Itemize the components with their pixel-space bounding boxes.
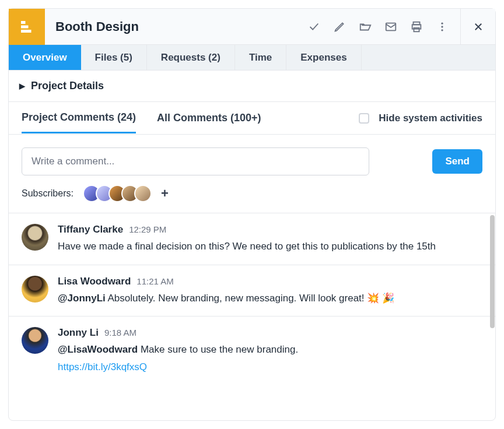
project-details-expander[interactable]: ▶ Project Details — [9, 71, 495, 102]
svg-point-4 — [441, 22, 443, 24]
panel-header: Booth Design — [9, 9, 495, 45]
project-icon — [9, 9, 45, 45]
project-details-label: Project Details — [31, 80, 104, 92]
avatar[interactable] — [22, 327, 48, 354]
tab-project-comments[interactable]: Project Comments (24) — [22, 111, 136, 133]
mail-icon[interactable] — [382, 18, 400, 36]
comment-text: @LisaWoodward Make sure to use the new b… — [58, 342, 482, 374]
folder-icon[interactable] — [356, 18, 374, 36]
compose-row: Write a comment... Send — [9, 135, 495, 180]
comment-author: Jonny Li — [58, 327, 99, 339]
comment-placeholder: Write a comment... — [32, 156, 114, 167]
hide-system-label: Hide system activities — [379, 112, 482, 124]
header-actions — [305, 18, 454, 36]
avatar[interactable] — [134, 185, 152, 202]
comments-list: Tiffany Clarke 12:29 PM Have we made a f… — [9, 213, 495, 420]
add-subscriber-button[interactable]: + — [161, 186, 169, 201]
subscriber-avatars — [83, 185, 152, 202]
comment-author: Tiffany Clarke — [58, 224, 123, 235]
subscribers-row: Subscribers: + — [9, 180, 495, 213]
comment-item: Lisa Woodward 11:21 AM @JonnyLi Absolute… — [9, 265, 495, 317]
chevron-right-icon: ▶ — [19, 82, 25, 90]
comment-item: Tiffany Clarke 12:29 PM Have we made a f… — [9, 213, 495, 265]
svg-point-6 — [441, 29, 443, 31]
project-panel: Booth Design Overview — [8, 8, 496, 421]
mention[interactable]: @JonnyLi — [58, 293, 106, 304]
comment-time: 11:21 AM — [136, 276, 173, 286]
comment-author: Lisa Woodward — [58, 276, 131, 287]
print-icon[interactable] — [408, 18, 425, 36]
primary-tabs: Overview Files (5) Requests (2) Time Exp… — [9, 45, 495, 71]
edit-icon[interactable] — [331, 18, 348, 36]
more-icon[interactable] — [433, 18, 451, 36]
tab-time[interactable]: Time — [235, 45, 286, 70]
comment-time: 12:29 PM — [129, 224, 166, 234]
subscribers-label: Subscribers: — [22, 188, 74, 199]
comment-filter-row: Project Comments (24) All Comments (100+… — [9, 102, 495, 135]
comment-input[interactable]: Write a comment... — [22, 147, 369, 175]
comment-time: 9:18 AM — [104, 328, 136, 337]
avatar[interactable] — [22, 224, 48, 251]
mention[interactable]: @LisaWoodward — [58, 344, 138, 355]
avatar[interactable] — [22, 276, 48, 303]
tab-files[interactable]: Files (5) — [81, 45, 147, 70]
tab-requests[interactable]: Requests (2) — [147, 45, 235, 70]
scrollbar[interactable] — [490, 215, 495, 328]
page-title: Booth Design — [45, 19, 305, 34]
close-button[interactable] — [460, 9, 495, 45]
svg-point-5 — [441, 26, 443, 27]
comment-item: Jonny Li 9:18 AM @LisaWoodward Make sure… — [9, 317, 495, 385]
hide-system-checkbox[interactable] — [359, 113, 369, 124]
tab-expenses[interactable]: Expenses — [286, 45, 361, 70]
tab-overview[interactable]: Overview — [9, 45, 81, 70]
comment-text: @JonnyLi Absolutely. New branding, new m… — [58, 291, 482, 306]
complete-icon[interactable] — [305, 18, 323, 36]
comment-link[interactable]: https://bit.ly/3kqfxsQ — [58, 360, 147, 375]
tab-all-comments[interactable]: All Comments (100+) — [157, 112, 261, 132]
send-button[interactable]: Send — [432, 149, 482, 174]
comment-text: Have we made a final decision on this? W… — [58, 239, 482, 254]
